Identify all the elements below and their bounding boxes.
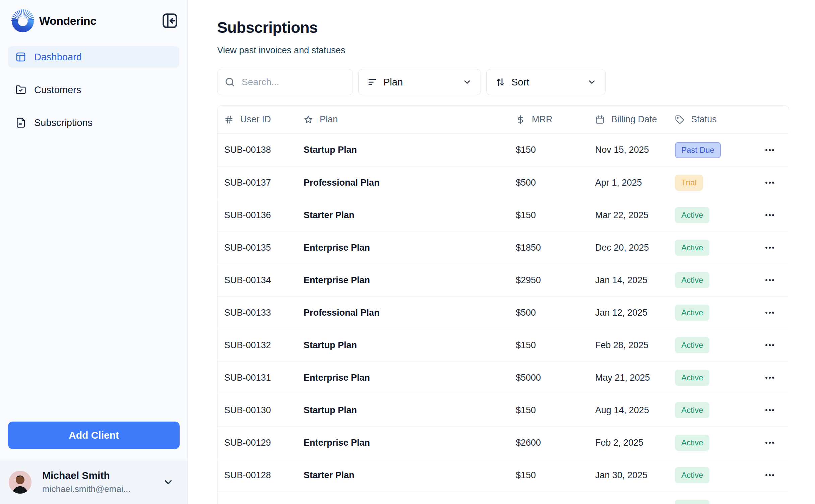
cell-plan: Starter Plan [304,470,516,481]
cell-user-id: SUB-00137 [224,178,304,188]
panel-left-close-icon [161,12,179,29]
cell-mrr: $150 [516,210,595,220]
sidebar-item-customers[interactable]: Customers [8,79,179,101]
table-header: User ID Plan MRR Billing [217,106,789,134]
ellipsis-icon [764,177,775,188]
chevron-down-icon [587,77,597,87]
sidebar-item-label: Customers [34,84,81,96]
cell-plan: Enterprise Plan [304,275,516,286]
row-menu-button[interactable] [760,175,779,191]
cell-billing-date: Feb 20, 2025 [595,503,675,504]
table-row: SUB-00134 Enterprise Plan $2950 Jan 14, … [217,264,789,296]
sidebar: Wonderinc Dashboard Customers [0,0,188,504]
add-client-button[interactable]: Add Client [8,422,180,449]
column-header-status: Status [675,114,759,125]
row-menu-button[interactable] [760,370,779,386]
cell-actions [759,240,781,256]
status-badge: Active [675,272,709,288]
sort-select[interactable]: Sort [486,69,606,95]
cell-mrr: $500 [516,308,595,318]
cell-mrr: $150 [516,340,595,351]
cell-billing-date: Feb 28, 2025 [595,340,675,351]
profile-email: michael.smith@emai... [42,484,163,494]
cell-billing-date: May 21, 2025 [595,373,675,383]
table-row: SUB-00130 Startup Plan $150 Aug 14, 2025… [217,394,789,426]
subscriptions-table: User ID Plan MRR Billing [217,105,789,504]
cell-actions [759,370,781,386]
cell-actions [759,305,781,321]
cell-user-id: SUB-00135 [224,243,304,253]
cell-status: Active [675,500,759,504]
plan-filter-select[interactable]: Plan [358,69,481,95]
column-header-billing-date: Billing Date [595,114,675,125]
cell-status: Active [675,207,759,223]
row-menu-button[interactable] [760,402,779,418]
cell-plan: Enterprise Plan [304,438,516,448]
sidebar-item-subscriptions[interactable]: Subscriptions [8,112,179,133]
row-menu-button[interactable] [760,207,779,223]
cell-user-id: SUB-00133 [224,308,304,318]
sidebar-item-dashboard[interactable]: Dashboard [8,46,179,68]
ellipsis-icon [764,144,775,156]
sidebar-item-label: Dashboard [34,52,82,63]
status-badge: Active [675,207,709,223]
sidebar-item-label: Subscriptions [34,117,92,128]
file-text-icon [15,117,26,128]
cell-actions [759,142,781,158]
brand-name: Wonderinc [39,14,161,27]
cell-user-id: SUB-00136 [224,210,304,220]
page-subtitle: View past invoices and statuses [217,45,815,56]
table-row: SUB-00131 Enterprise Plan $5000 May 21, … [217,361,789,394]
cell-actions [759,435,781,451]
cell-user-id: SUB-00131 [224,373,304,383]
ellipsis-icon [764,404,775,416]
ellipsis-icon [764,339,775,351]
row-menu-button[interactable] [760,240,779,256]
wonderinc-logo-icon [11,9,35,33]
cell-mrr: $1850 [516,243,595,253]
cell-user-id: SUB-00127 [224,503,304,504]
cell-billing-date: Mar 22, 2025 [595,210,675,220]
logo-row: Wonderinc [0,0,187,33]
table-row: SUB-00136 Starter Plan $150 Mar 22, 2025… [217,199,789,231]
calendar-icon [595,115,605,124]
cell-user-id: SUB-00128 [224,470,304,481]
row-menu-button[interactable] [760,435,779,451]
cell-user-id: SUB-00134 [224,275,304,286]
cell-mrr: $5000 [516,373,595,383]
table-row: SUB-00138 Startup Plan $150 Nov 15, 2025… [217,134,789,166]
table-row: SUB-00132 Startup Plan $150 Feb 28, 2025… [217,329,789,361]
row-menu-button[interactable] [760,272,779,288]
dollar-icon [516,115,525,124]
row-menu-button[interactable] [760,467,779,483]
ellipsis-icon [764,437,775,448]
cell-actions [759,337,781,353]
cell-mrr: $150 [516,145,595,155]
user-profile[interactable]: Michael Smith michael.smith@emai... [0,460,187,504]
status-badge: Active [675,500,709,504]
table-row: SUB-00137 Professional Plan $500 Apr 1, … [217,166,789,199]
status-badge: Active [675,305,709,321]
row-menu-button[interactable] [760,142,779,158]
folder-check-icon [15,84,26,95]
cell-plan: Professional Plan [304,178,516,188]
cell-plan: Professional Plan [304,503,516,504]
column-header-plan: Plan [304,114,516,125]
table-row: SUB-00135 Enterprise Plan $1850 Dec 20, … [217,231,789,264]
sidebar-collapse-button[interactable] [161,11,179,30]
search-box [217,69,353,95]
search-input[interactable] [242,77,346,87]
cell-status: Active [675,370,759,386]
row-menu-button[interactable] [760,500,779,504]
profile-name: Michael Smith [42,470,163,481]
table-row: SUB-00129 Enterprise Plan $2600 Feb 2, 2… [217,426,789,459]
row-menu-button[interactable] [760,305,779,321]
avatar [9,471,32,494]
row-menu-button[interactable] [760,337,779,353]
cell-plan: Startup Plan [304,405,516,416]
tag-icon [675,115,684,124]
search-icon [224,76,236,88]
sidebar-nav: Dashboard Customers Subscriptions [0,46,187,133]
ellipsis-icon [764,469,775,481]
status-badge: Past Due [675,142,721,158]
